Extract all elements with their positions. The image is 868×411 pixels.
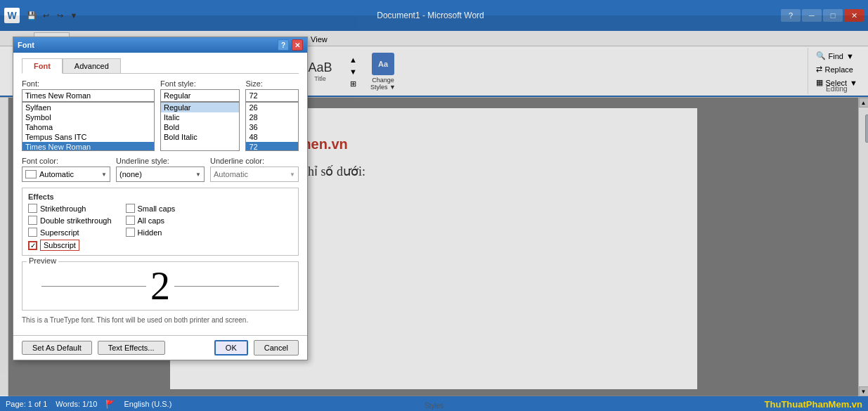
font-list[interactable]: Sylfaen Symbol Tahoma Tempus Sans ITC Ti… — [22, 102, 155, 151]
font-color-arrow: ▼ — [101, 171, 107, 178]
underline-style-field: Underline style: (none) ▼ — [116, 157, 205, 182]
color-row: Font color: Automatic ▼ Underline style:… — [22, 157, 299, 182]
font-label: Font: — [22, 79, 155, 88]
style-label: Font style: — [160, 79, 240, 88]
subscript-label: Subscript — [40, 240, 79, 251]
small-caps-label: Small caps — [138, 204, 176, 213]
hidden-label: Hidden — [138, 228, 162, 237]
hidden-item: Hidden — [126, 228, 176, 237]
font-list-item[interactable]: Symbol — [22, 112, 154, 122]
underline-style-value: (none) — [119, 170, 195, 178]
size-26[interactable]: 26 — [246, 103, 298, 112]
font-list-item[interactable]: Tahoma — [22, 122, 154, 132]
preview-group: Preview 2 — [22, 261, 299, 311]
text-effects-button[interactable]: Text Effects... — [98, 341, 165, 355]
font-dialog: Font ? ✕ Font Advanced Font: Sylfaen S — [13, 37, 308, 360]
cancel-button[interactable]: Cancel — [254, 340, 299, 355]
small-caps-item: Small caps — [126, 204, 176, 213]
superscript-item: Superscript — [28, 228, 112, 237]
font-list-item[interactable]: Tempus Sans ITC — [22, 132, 154, 142]
size-input[interactable] — [245, 89, 299, 102]
effects-left-col: Strikethrough Double strikethrough Super… — [28, 204, 112, 251]
font-list-item[interactable]: Sylfaen — [22, 103, 154, 112]
all-caps-item: All caps — [126, 216, 176, 225]
size-label: Size: — [245, 79, 299, 88]
underline-style-select[interactable]: (none) ▼ — [116, 167, 205, 182]
effects-title: Effects — [28, 193, 292, 201]
double-strikethrough-label: Double strikethrough — [40, 216, 112, 225]
truetype-note: This is a TrueType font. This font will … — [22, 316, 299, 324]
set-default-button[interactable]: Set As Default — [22, 341, 92, 355]
small-caps-checkbox[interactable] — [126, 204, 135, 213]
font-color-label: Font color: — [22, 157, 110, 165]
dialog-tab-font[interactable]: Font — [22, 58, 63, 74]
dialog-title: Font — [18, 41, 34, 49]
superscript-checkbox[interactable] — [28, 228, 37, 237]
font-row: Font: Sylfaen Symbol Tahoma Tempus Sans … — [22, 79, 299, 151]
underline-color-label: Underline color: — [210, 157, 299, 165]
subscript-item: ✓ Subscript — [28, 240, 112, 251]
superscript-label: Superscript — [40, 228, 79, 237]
underline-color-arrow: ▼ — [290, 171, 295, 178]
dialog-footer: Set As Default Text Effects... OK Cancel — [13, 335, 307, 360]
double-strikethrough-checkbox[interactable] — [28, 216, 37, 225]
underline-style-label: Underline style: — [116, 157, 205, 165]
underline-color-field: Underline color: Automatic ▼ — [210, 157, 299, 182]
dialog-help-button[interactable]: ? — [278, 39, 289, 51]
size-field: Size: 26 28 36 48 72 — [245, 79, 299, 151]
preview-left-line — [41, 286, 146, 287]
style-input[interactable] — [160, 89, 240, 102]
dialog-overlay: Font ? ✕ Font Advanced Font: Sylfaen S — [0, 15, 868, 396]
preview-right-line — [174, 286, 279, 287]
hidden-checkbox[interactable] — [126, 228, 135, 237]
style-list-item-regular[interactable]: Regular — [161, 103, 239, 112]
size-72[interactable]: 72 — [246, 142, 298, 151]
dialog-footer-right: OK Cancel — [214, 340, 299, 355]
size-48[interactable]: 48 — [246, 132, 298, 142]
size-list[interactable]: 26 28 36 48 72 — [245, 102, 299, 151]
strikethrough-label: Strikethrough — [40, 204, 86, 213]
preview-title: Preview — [27, 256, 58, 265]
font-color-select[interactable]: Automatic ▼ — [22, 167, 110, 182]
ok-button[interactable]: OK — [214, 340, 248, 355]
underline-style-arrow: ▼ — [195, 171, 201, 178]
effects-group: Effects Strikethrough Double strikethrou… — [22, 188, 299, 256]
dialog-tabs: Font Advanced — [22, 58, 299, 74]
dialog-close-button[interactable]: ✕ — [292, 39, 303, 51]
color-swatch — [25, 170, 37, 178]
underline-color-value: Automatic — [214, 170, 290, 178]
styles-group-label: Styles — [0, 402, 868, 410]
size-36[interactable]: 36 — [246, 122, 298, 132]
font-field: Font: Sylfaen Symbol Tahoma Tempus Sans … — [22, 79, 155, 151]
dialog-title-bar: Font ? ✕ — [13, 37, 307, 53]
all-caps-checkbox[interactable] — [126, 216, 135, 225]
style-list-item-italic[interactable]: Italic — [161, 112, 239, 122]
font-color-field: Font color: Automatic ▼ — [22, 157, 110, 182]
font-color-value: Automatic — [39, 170, 101, 178]
underline-color-select[interactable]: Automatic ▼ — [210, 167, 299, 182]
dialog-tab-advanced[interactable]: Advanced — [63, 58, 121, 73]
double-strikethrough-item: Double strikethrough — [28, 216, 112, 225]
style-list-item-bolditalic[interactable]: Bold Italic — [161, 132, 239, 142]
style-list-item-bold[interactable]: Bold — [161, 122, 239, 132]
style-field: Font style: Regular Italic Bold Bold Ita… — [160, 79, 240, 151]
all-caps-label: All caps — [138, 216, 165, 225]
strikethrough-item: Strikethrough — [28, 204, 112, 213]
style-list[interactable]: Regular Italic Bold Bold Italic — [160, 102, 240, 151]
dialog-footer-left: Set As Default Text Effects... — [22, 341, 165, 355]
preview-character: 2 — [146, 263, 174, 308]
font-input[interactable] — [22, 89, 155, 102]
effects-right-col: Small caps All caps Hidden — [126, 204, 176, 251]
effects-columns: Strikethrough Double strikethrough Super… — [28, 204, 292, 251]
size-28[interactable]: 28 — [246, 112, 298, 122]
font-list-item-selected[interactable]: Times New Roman — [22, 142, 154, 151]
dialog-body: Font Advanced Font: Sylfaen Symbol Tahom… — [13, 53, 307, 335]
subscript-checkbox[interactable]: ✓ — [28, 241, 37, 250]
strikethrough-checkbox[interactable] — [28, 204, 37, 213]
